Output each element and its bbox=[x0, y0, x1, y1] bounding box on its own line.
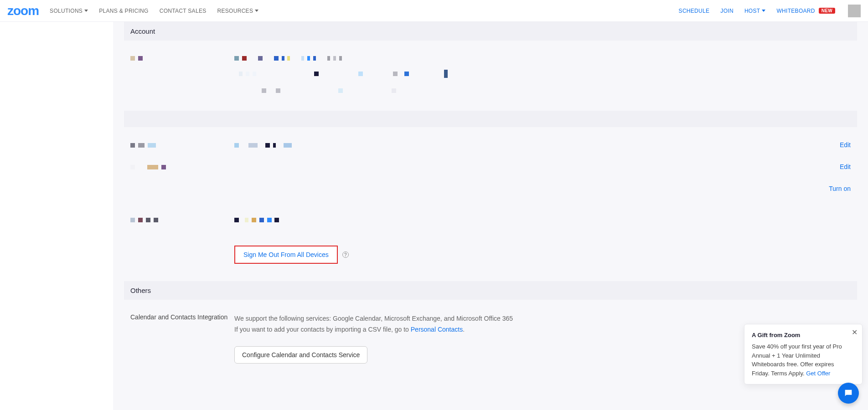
help-icon[interactable]: ? bbox=[342, 251, 349, 258]
personal-contacts-link[interactable]: Personal Contacts bbox=[411, 326, 463, 333]
integration-desc-2-suffix: . bbox=[463, 326, 465, 333]
sign-out-all-devices-button[interactable]: Sign Me Out From All Devices bbox=[234, 246, 338, 264]
nav-schedule[interactable]: SCHEDULE bbox=[679, 8, 710, 14]
nav-whiteboard[interactable]: WHITEBOARD NEW bbox=[776, 8, 835, 14]
header-left: zoom SOLUTIONS PLANS & PRICING CONTACT S… bbox=[7, 4, 258, 18]
top-header: zoom SOLUTIONS PLANS & PRICING CONTACT S… bbox=[0, 0, 868, 22]
chat-bubble-button[interactable] bbox=[838, 383, 859, 404]
nav-resources[interactable]: RESOURCES bbox=[217, 8, 259, 14]
nav-solutions[interactable]: SOLUTIONS bbox=[50, 8, 88, 14]
sidebar bbox=[0, 22, 113, 410]
section-header-account: Account bbox=[124, 22, 857, 41]
nav-host-label: HOST bbox=[744, 8, 760, 14]
zoom-logo[interactable]: zoom bbox=[7, 4, 39, 18]
integration-label: Calendar and Contacts Integration bbox=[130, 313, 234, 321]
integration-desc-2: If you want to add your contacts by impo… bbox=[234, 324, 796, 335]
gift-body: Save 40% off your first year of Pro Annu… bbox=[752, 342, 847, 378]
signin-section-body: Edit Edit Turn on bbox=[124, 127, 857, 281]
gift-from-zoom-card: ✕ A Gift from Zoom Save 40% off your fir… bbox=[744, 324, 863, 385]
section-header-others: Others bbox=[124, 281, 857, 300]
section-separator bbox=[124, 111, 857, 127]
chat-icon bbox=[843, 388, 853, 398]
chevron-down-icon bbox=[255, 10, 258, 12]
header-right: SCHEDULE JOIN HOST WHITEBOARD NEW bbox=[679, 5, 861, 17]
integration-desc-1: We support the following services: Googl… bbox=[234, 313, 796, 324]
turn-on-link[interactable]: Turn on bbox=[829, 185, 851, 192]
nav-plans[interactable]: PLANS & PRICING bbox=[99, 8, 149, 14]
nav-join[interactable]: JOIN bbox=[720, 8, 734, 14]
nav-left: SOLUTIONS PLANS & PRICING CONTACT SALES … bbox=[50, 8, 258, 14]
nav-resources-label: RESOURCES bbox=[217, 8, 253, 14]
new-badge: NEW bbox=[819, 8, 835, 14]
get-offer-link[interactable]: Get Offer bbox=[806, 370, 830, 377]
avatar[interactable] bbox=[848, 5, 861, 17]
configure-calendar-button[interactable]: Configure Calendar and Contacts Service bbox=[234, 346, 367, 364]
account-section-body bbox=[124, 41, 857, 111]
chevron-down-icon bbox=[762, 10, 765, 12]
edit-link-2[interactable]: Edit bbox=[840, 163, 851, 170]
edit-link-1[interactable]: Edit bbox=[840, 141, 851, 149]
nav-host[interactable]: HOST bbox=[744, 8, 766, 14]
gift-title: A Gift from Zoom bbox=[752, 331, 847, 340]
page-body: Account bbox=[0, 22, 868, 410]
nav-contact-sales[interactable]: CONTACT SALES bbox=[160, 8, 207, 14]
nav-whiteboard-label: WHITEBOARD bbox=[776, 8, 815, 14]
nav-solutions-label: SOLUTIONS bbox=[50, 8, 83, 14]
chevron-down-icon bbox=[84, 10, 88, 12]
integration-desc-2-prefix: If you want to add your contacts by impo… bbox=[234, 326, 411, 333]
close-icon[interactable]: ✕ bbox=[852, 329, 858, 336]
